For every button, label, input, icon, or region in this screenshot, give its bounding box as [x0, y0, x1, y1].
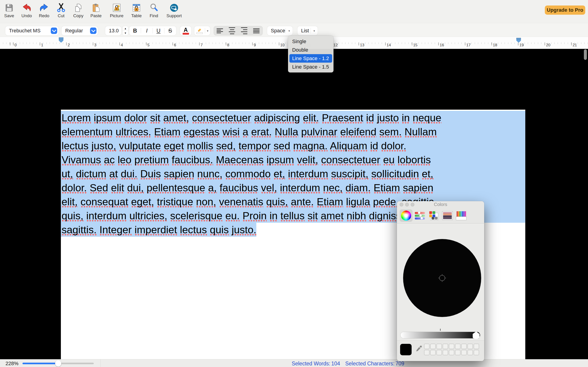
brightness-slider-knob[interactable] — [473, 332, 480, 339]
color-swatch-empty[interactable] — [455, 350, 460, 355]
word: quis, — [266, 196, 288, 208]
color-swatch-empty[interactable] — [424, 344, 430, 349]
brightness-slider[interactable] — [401, 332, 480, 338]
word: faucibus. — [172, 154, 213, 166]
align-justify-button[interactable] — [250, 26, 262, 35]
word: Etiam — [154, 126, 181, 138]
word: sollicitudin — [371, 168, 419, 180]
vertical-scrollbar-thumb[interactable] — [584, 49, 587, 60]
word: nunc, — [197, 168, 222, 180]
stepper-up-icon[interactable]: ▲ — [123, 26, 128, 31]
menu-item-double[interactable]: Double — [289, 46, 332, 54]
word: amet, — [163, 112, 189, 124]
chevron-down-icon[interactable] — [90, 27, 96, 34]
color-swatch-empty[interactable] — [474, 350, 479, 355]
redo-button[interactable]: Redo — [35, 3, 53, 22]
color-swatch-empty[interactable] — [461, 350, 467, 355]
color-swatch-empty[interactable] — [474, 344, 479, 349]
font-color-button[interactable]: A — [180, 26, 191, 35]
align-left-button[interactable] — [214, 26, 226, 35]
selection-highlight: dolor. Sed elit dui, pellentesque a, fau… — [61, 181, 525, 195]
tab-color-sliders[interactable] — [414, 209, 426, 222]
word: pulvinar — [301, 126, 337, 138]
menu-item-single[interactable]: Single — [289, 37, 332, 46]
word: ante. — [291, 196, 314, 208]
line-space-menu: Single Double Line Space - 1.2 Line Spac… — [288, 36, 334, 73]
copy-button[interactable]: Copy — [69, 3, 87, 22]
ruler-number: 18 — [493, 43, 497, 48]
menu-item-line-space-1-2[interactable]: Line Space - 1.2 — [289, 54, 332, 63]
font-family-dropdown[interactable]: Trebuchet MS — [5, 26, 59, 35]
color-swatch-empty[interactable] — [467, 344, 473, 349]
menu-item-line-space-1-5[interactable]: Line Space - 1.5 — [289, 63, 332, 71]
font-size-stepper[interactable]: ▲ ▼ — [123, 26, 128, 35]
stepper-down-icon[interactable]: ▼ — [123, 31, 128, 35]
word: ligula — [346, 196, 370, 208]
color-sliders-icon — [415, 211, 425, 220]
cut-scissors-icon — [56, 3, 66, 13]
find-button[interactable]: Find — [145, 3, 163, 22]
color-wheel-area[interactable] — [403, 239, 481, 317]
color-swatch-empty[interactable] — [430, 344, 436, 349]
font-style-dropdown[interactable]: Regular — [61, 26, 98, 35]
color-swatch-empty[interactable] — [455, 344, 460, 349]
picture-locked-icon — [112, 3, 122, 13]
color-wheel-crosshair[interactable] — [439, 275, 445, 281]
word: ipsum — [94, 112, 121, 124]
color-swatch-empty[interactable] — [443, 350, 448, 355]
tab-color-wheel[interactable] — [400, 209, 413, 222]
right-indent-marker[interactable] — [516, 38, 521, 43]
save-button[interactable]: Save — [0, 3, 18, 22]
word: justo, — [91, 140, 116, 152]
tab-pencils[interactable] — [455, 209, 468, 222]
list-dropdown[interactable]: List ▾ — [297, 26, 318, 35]
space-dropdown[interactable]: Space ▾ — [267, 26, 293, 35]
strikethrough-button[interactable]: S — [164, 26, 176, 35]
status-bar: 228% Selected Words:104 Selected Charact… — [0, 359, 588, 367]
word: Etiam — [317, 196, 343, 208]
word: dolor. — [381, 140, 406, 152]
brightness-slider-tick — [440, 329, 441, 331]
swatch-grid — [424, 344, 480, 356]
color-wheel-icon — [401, 211, 411, 221]
color-swatch-empty[interactable] — [443, 344, 448, 349]
upgrade-to-pro-button[interactable]: Upgrade to Pro — [545, 6, 585, 15]
word: consequat — [81, 196, 128, 208]
eyedropper-icon[interactable] — [415, 345, 423, 354]
color-swatch-empty[interactable] — [436, 350, 442, 355]
current-color-well[interactable] — [400, 344, 412, 355]
color-swatch-empty[interactable] — [430, 350, 436, 355]
align-center-button[interactable] — [226, 26, 238, 35]
cut-button[interactable]: Cut — [52, 3, 70, 22]
ruler-number: 17 — [466, 43, 471, 48]
color-swatch-empty[interactable] — [424, 350, 430, 355]
underline-button[interactable]: U — [153, 26, 164, 35]
font-size-field[interactable]: 13.0 — [105, 26, 121, 35]
align-right-button[interactable] — [238, 26, 250, 35]
color-swatch-empty[interactable] — [449, 350, 454, 355]
space-dropdown-arrow[interactable]: ▾ — [286, 29, 293, 33]
word: Etiam — [374, 182, 400, 194]
ruler-number: 1 — [41, 43, 43, 48]
paste-button[interactable]: Paste — [87, 3, 105, 22]
tab-color-palettes[interactable] — [427, 209, 440, 222]
support-button[interactable]: Support — [165, 3, 183, 22]
undo-button[interactable]: Undo — [18, 3, 35, 22]
main-toolbar: Save Undo Redo Cut Copy Paste — [0, 0, 588, 23]
color-swatch-empty[interactable] — [467, 350, 473, 355]
color-swatch-empty[interactable] — [461, 344, 467, 349]
word: sed — [274, 140, 290, 152]
color-swatch-empty[interactable] — [449, 344, 454, 349]
highlight-dropdown-arrow[interactable]: ▾ — [205, 29, 210, 33]
highlight-color-button[interactable]: ▾ — [194, 26, 210, 35]
italic-button[interactable]: I — [141, 26, 153, 35]
list-dropdown-arrow[interactable]: ▾ — [311, 29, 318, 33]
tab-image-palettes[interactable] — [441, 209, 454, 222]
chevron-down-icon[interactable] — [51, 27, 57, 34]
left-indent-marker[interactable] — [59, 37, 63, 43]
bold-button[interactable]: B — [129, 26, 141, 35]
picture-button[interactable]: Picture — [108, 3, 125, 22]
selection-highlight: sagittis. Integer imperdiet lectus quis … — [61, 223, 256, 237]
color-swatch-empty[interactable] — [436, 344, 442, 349]
table-button[interactable]: Table — [128, 3, 145, 22]
